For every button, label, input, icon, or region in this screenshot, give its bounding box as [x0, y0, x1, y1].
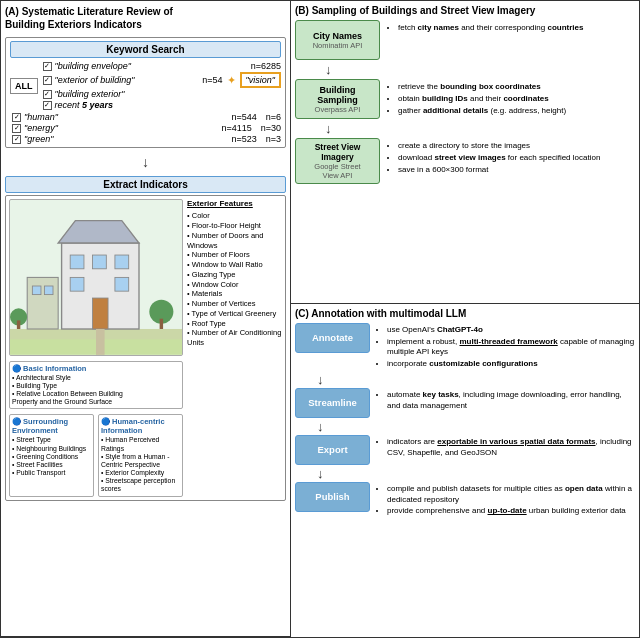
surrounding-info: 🔵 Surrounding Environment • Street Type …: [9, 414, 94, 496]
sub-keyword-2: "energy": [24, 123, 58, 133]
human-items: • Human Perceived Ratings • Style from a…: [101, 436, 180, 493]
building-side: 🔵 Basic Information • Architectural Styl…: [9, 199, 183, 497]
svg-rect-17: [96, 329, 105, 355]
svg-rect-14: [17, 320, 20, 329]
export-bullets: indicators are exportable in various spa…: [376, 435, 637, 460]
keyword-text-3: "building exterior": [55, 89, 125, 99]
sub-keyword-row-3: ✓ "green" n=523 n=3: [12, 134, 281, 144]
svg-rect-16: [160, 319, 163, 329]
basic-info-title: 🔵 Basic Information: [12, 364, 180, 373]
building-sampling-box: Building Sampling Overpass API: [295, 79, 380, 119]
arrow-1: ↓: [5, 154, 286, 170]
keyword-text-1: "building envelope": [55, 61, 131, 71]
city-names-bullets: fetch city names and their corresponding…: [386, 20, 637, 34]
basic-info-items: • Architectural Style • Building Type • …: [12, 374, 180, 407]
svg-rect-12: [44, 286, 53, 295]
street-view-box: Street ViewImagery Google StreetView API: [295, 138, 380, 184]
b-arrow-1: ↓: [325, 62, 637, 77]
all-row: ALL ✓ "building envelope" n=6285 ✓ "exte…: [10, 61, 281, 110]
feature-window-color: • Window Color: [187, 280, 282, 290]
sub-n-1a: n=544: [231, 112, 256, 122]
publish-bullets: compile and publish datasets for multipl…: [376, 482, 637, 518]
building-sampling-bullets: retrieve the bounding box coordinates ob…: [386, 79, 637, 118]
surrounding-title: 🔵 Surrounding Environment: [12, 417, 91, 435]
extract-section: Extract Indicators: [5, 176, 286, 501]
sub-keyword-1: "human": [24, 112, 58, 122]
sub-keyword-3: "green": [24, 134, 53, 144]
streamline-box: Streamline: [295, 388, 370, 418]
svg-rect-8: [115, 277, 129, 291]
feature-materials: • Materials: [187, 289, 282, 299]
keyword-search-header: Keyword Search: [10, 41, 281, 58]
keyword-row-3: ✓ "building exterior": [43, 89, 282, 99]
c-arrow-3: ↓: [317, 466, 637, 481]
sub-n-1b: n=6: [266, 112, 281, 122]
svg-rect-7: [70, 277, 84, 291]
basic-info: 🔵 Basic Information • Architectural Styl…: [9, 361, 183, 410]
c-arrow-2: ↓: [317, 419, 637, 434]
human-title: 🔵 Human-centric Information: [101, 417, 180, 435]
publish-row: Publish compile and publish datasets for…: [295, 482, 637, 518]
b-arrow-2: ↓: [325, 121, 637, 136]
sub-checkbox-1[interactable]: ✓: [12, 113, 21, 122]
svg-rect-11: [32, 286, 41, 295]
human-info: 🔵 Human-centric Information • Human Perc…: [98, 414, 183, 496]
sub-n-2a: n=4115: [221, 123, 251, 133]
panel-c-title: (C) Annotation with multimodal LLM: [295, 308, 637, 319]
checkbox-2[interactable]: ✓: [43, 76, 52, 85]
svg-rect-6: [115, 255, 129, 269]
extract-inner: 🔵 Basic Information • Architectural Styl…: [9, 199, 282, 497]
feature-doors-windows: • Number of Doors and Windows: [187, 231, 282, 251]
bottom-info-2: 🔵 Surrounding Environment • Street Type …: [9, 414, 183, 496]
export-row: Export indicators are exportable in vari…: [295, 435, 637, 465]
keyword-text-2: "exterior of building": [55, 75, 135, 85]
sub-n-3b: n=3: [266, 134, 281, 144]
feature-floor-height: • Floor-to-Floor Height: [187, 221, 282, 231]
street-view-api: Google StreetView API: [314, 162, 360, 180]
panel-b: (B) Sampling of Buildings and Street Vie…: [291, 1, 640, 304]
building-sampling-row: Building Sampling Overpass API retrieve …: [295, 79, 637, 119]
city-names-box: City Names Nominatim API: [295, 20, 380, 60]
sub-checkbox-2[interactable]: ✓: [12, 124, 21, 133]
panel-a: (A) Systematic Literature Review ofBuild…: [1, 1, 291, 637]
annotate-bullets: use OpenAI's ChatGPT-4o implement a robu…: [376, 323, 637, 371]
svg-rect-10: [27, 277, 58, 329]
keyword-text-4: recent 5 years: [55, 100, 114, 110]
annotate-row: Annotate use OpenAI's ChatGPT-4o impleme…: [295, 323, 637, 371]
streamline-bullets: automate key tasks, including image down…: [376, 388, 637, 413]
features-list: Exterior Features • Color • Floor-to-Flo…: [187, 199, 282, 497]
svg-rect-5: [93, 255, 107, 269]
feature-vertices: • Number of Vertices: [187, 299, 282, 309]
checkbox-4[interactable]: ✓: [43, 101, 52, 110]
building-sampling-label: Building Sampling: [299, 85, 376, 105]
n-val-2: n=54 ✦ "vision": [202, 72, 281, 88]
sub-checkbox-3[interactable]: ✓: [12, 135, 21, 144]
city-names-api: Nominatim API: [313, 41, 363, 50]
svg-rect-4: [70, 255, 84, 269]
street-view-row: Street ViewImagery Google StreetView API…: [295, 138, 637, 184]
building-svg: [10, 200, 182, 355]
checkbox-3[interactable]: ✓: [43, 90, 52, 99]
features-title: Exterior Features: [187, 199, 282, 209]
annotate-box: Annotate: [295, 323, 370, 353]
star-icon: ✦: [227, 74, 236, 87]
building-sampling-api: Overpass API: [315, 105, 361, 114]
export-box: Export: [295, 435, 370, 465]
sub-n-3a: n=523: [231, 134, 256, 144]
keyword-row-2: ✓ "exterior of building" n=54 ✦ "vision": [43, 72, 282, 88]
panel-c-flow: Annotate use OpenAI's ChatGPT-4o impleme…: [295, 323, 637, 519]
feature-floors: • Number of Floors: [187, 250, 282, 260]
checkbox-1[interactable]: ✓: [43, 62, 52, 71]
surrounding-items: • Street Type • Neighbouring Buildings •…: [12, 436, 91, 477]
extract-content: 🔵 Basic Information • Architectural Styl…: [5, 195, 286, 501]
keyword-search-section: Keyword Search ALL ✓ "building envelope"…: [5, 37, 286, 148]
keyword-row-1: ✓ "building envelope" n=6285: [43, 61, 282, 71]
svg-marker-3: [58, 221, 139, 243]
panel-b-title: (B) Sampling of Buildings and Street Vie…: [295, 5, 637, 16]
extract-header: Extract Indicators: [5, 176, 286, 193]
bottom-info: 🔵 Basic Information • Architectural Styl…: [9, 361, 183, 410]
publish-box: Publish: [295, 482, 370, 512]
svg-rect-9: [93, 298, 108, 329]
sub-keyword-rows: ✓ "human" n=544 n=6 ✓ "energy" n=4115 n=…: [12, 112, 281, 144]
all-label: ALL: [10, 78, 38, 94]
